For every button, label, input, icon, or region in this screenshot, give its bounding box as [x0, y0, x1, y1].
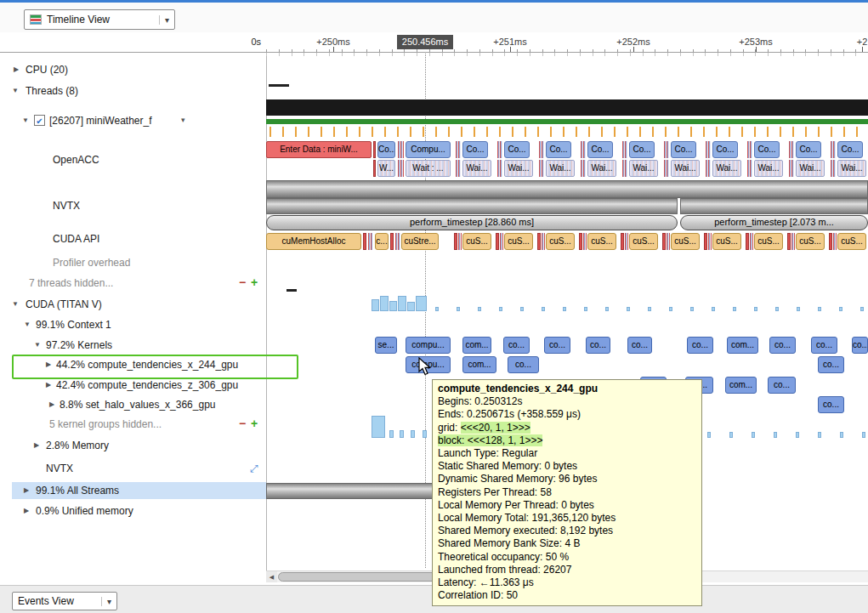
- collapse-arrow-icon[interactable]: ▼: [22, 116, 29, 124]
- collapse-arrow-icon[interactable]: ▼: [12, 87, 19, 94]
- timeline-bar-kern[interactable]: com...: [462, 337, 491, 354]
- timeline-bar-kern[interactable]: co...: [627, 337, 652, 354]
- tree-item-memory[interactable]: ▶2.8% Memory: [0, 437, 266, 454]
- timeline-bar-wait[interactable]: Wai...: [504, 160, 533, 177]
- timeline-bar-mem-marker[interactable]: [712, 307, 715, 311]
- timeline-bar-api[interactable]: cuS...: [837, 233, 866, 250]
- timeline-bar-mem-marker[interactable]: [627, 307, 630, 311]
- timeline-bar-mem-marker[interactable]: [862, 432, 865, 438]
- timeline-bar-mem-marker[interactable]: [389, 301, 397, 311]
- timeline-bar-api[interactable]: cuS...: [462, 233, 491, 250]
- timeline-bar-kern[interactable]: co...: [544, 337, 570, 354]
- timeline-bar-mem-marker[interactable]: [775, 307, 779, 311]
- tree-item-kernel-halo-366[interactable]: ▶8.8% set_halo_values_x_366_gpu: [0, 396, 266, 413]
- tree-item-nvtx-thread[interactable]: NVTX: [0, 197, 266, 214]
- timeline-bar-mem-marker[interactable]: [774, 432, 777, 438]
- timeline-bar-wait[interactable]: Wai...: [629, 160, 658, 177]
- hide-rows-icon[interactable]: −: [239, 417, 246, 430]
- timeline-bar-mem-marker[interactable]: [648, 307, 651, 311]
- timeline-bar-api[interactable]: cuS...: [546, 233, 575, 250]
- tree-item-profiler-overhead[interactable]: Profiler overhead: [0, 254, 266, 271]
- timeline-bar-api[interactable]: cuS...: [671, 233, 700, 250]
- timeline-bar-kern[interactable]: co...: [811, 337, 837, 354]
- tree-item-openacc[interactable]: OpenACC: [0, 151, 266, 168]
- timeline-bar-mem-marker[interactable]: [669, 307, 672, 311]
- collapse-arrow-icon[interactable]: ▼: [12, 300, 19, 308]
- timeline-bar-mem-marker[interactable]: [372, 299, 379, 311]
- timeline-bar-mem-marker[interactable]: [520, 307, 524, 311]
- tree-item-threads[interactable]: ▼Threads (8): [0, 82, 266, 99]
- expand-arrow-icon[interactable]: ▶: [24, 507, 29, 514]
- timeline-bar-api[interactable]: cuS...: [712, 233, 741, 250]
- timeline-bar-api[interactable]: cuS...: [629, 233, 658, 250]
- timeline-bar-mem-marker[interactable]: [423, 430, 427, 438]
- timeline-bar-mem-marker[interactable]: [797, 307, 800, 311]
- timeline-bar-kern[interactable]: co...: [508, 356, 539, 373]
- timeline-bar-mem-marker[interactable]: [398, 296, 406, 311]
- collapse-arrow-icon[interactable]: ▼: [24, 321, 31, 328]
- tree-item-nvtx-streams[interactable]: NVTX⤢: [0, 460, 266, 477]
- tree-item-threads-hidden[interactable]: 7 threads hidden...−+: [0, 275, 266, 292]
- timeline-bar-acc[interactable]: Co...: [587, 141, 613, 158]
- timeline-bar-wait[interactable]: Wai...: [546, 160, 575, 177]
- show-rows-icon[interactable]: +: [251, 275, 258, 289]
- hide-rows-icon[interactable]: −: [239, 275, 246, 289]
- timeline-bar-acc[interactable]: Co...: [546, 141, 571, 158]
- timeline-bar-mem-marker[interactable]: [389, 430, 394, 438]
- expand-arrow-icon[interactable]: ▶: [49, 400, 54, 408]
- timeline-bar-mem-marker[interactable]: [372, 416, 385, 438]
- timeline-bar-mem-marker[interactable]: [435, 307, 439, 311]
- tree-item-unified-memory[interactable]: ▶0.9% Unified memory: [0, 502, 266, 519]
- timeline-bar-api[interactable]: cuS...: [754, 233, 783, 250]
- timeline-ruler[interactable]: 0s 250.456ms +250ms+251ms+252ms+253ms+2: [0, 32, 868, 53]
- expand-arrow-icon[interactable]: ▶: [14, 65, 19, 73]
- timeline-bar-acc[interactable]: Co...: [629, 141, 655, 158]
- timeline-bar-mem-marker[interactable]: [542, 307, 545, 311]
- timeline-bar-mem-marker[interactable]: [400, 430, 404, 438]
- timeline-bar-kern[interactable]: com...: [725, 377, 757, 394]
- timeline-bar-mem-marker[interactable]: [729, 432, 733, 438]
- timeline-bar-kern[interactable]: co...: [687, 337, 713, 354]
- timeline-bar-api[interactable]: cuStre...: [401, 233, 439, 250]
- timeline-bar-mem-marker[interactable]: [733, 307, 736, 311]
- timeline-bar-acc[interactable]: Co...: [712, 141, 738, 158]
- timeline-bar-kern[interactable]: co...: [503, 337, 530, 354]
- timeline-bar-api[interactable]: c...: [375, 233, 389, 250]
- timeline-bar-api[interactable]: cuS...: [587, 233, 616, 250]
- timeline-bar-acc[interactable]: Co...: [462, 141, 488, 158]
- timeline-bar-wait[interactable]: W...: [377, 160, 395, 177]
- timeline-bar-wait[interactable]: Wai...: [837, 160, 866, 177]
- show-rows-icon[interactable]: +: [251, 417, 258, 430]
- timeline-bar-kern[interactable]: compu...: [406, 337, 451, 354]
- timeline-bar-mem-marker[interactable]: [752, 432, 755, 438]
- timeline-bar-mem-marker[interactable]: [478, 307, 481, 311]
- timeline-bar-kern[interactable]: com...: [727, 337, 758, 354]
- timeline-bar-wait[interactable]: Wait : ...: [406, 160, 451, 177]
- expand-arrow-icon[interactable]: ▶: [46, 381, 51, 389]
- timeline-bar-wait[interactable]: Wai...: [462, 160, 491, 177]
- timeline-bar-kern[interactable]: co...: [768, 377, 796, 394]
- timeline-bar-wait[interactable]: Wai...: [587, 160, 616, 177]
- timeline-bar-acc[interactable]: Co...: [754, 141, 780, 158]
- timeline-bar-kern[interactable]: co...: [852, 337, 868, 354]
- timeline-bar-wait[interactable]: Wai...: [712, 160, 741, 177]
- timeline-bar-api[interactable]: cuS...: [796, 233, 825, 250]
- tree-item-cpu[interactable]: ▶CPU (20): [0, 61, 266, 78]
- process-checkbox[interactable]: ✔: [34, 115, 45, 126]
- timeline-bar-red[interactable]: Enter Data : miniW...: [266, 141, 372, 158]
- chevron-down-icon[interactable]: ▾: [181, 116, 185, 124]
- timeline-bar-mem-marker[interactable]: [563, 307, 566, 311]
- timeline-bar-wait[interactable]: Wai...: [754, 160, 783, 177]
- timeline-bar-nvtx-marker[interactable]: [266, 180, 868, 198]
- timeline-bar-kern[interactable]: se...: [375, 337, 397, 354]
- timeline-bar-mem-marker[interactable]: [416, 296, 427, 311]
- timeline-bar-mem-marker[interactable]: [690, 307, 694, 311]
- tree-item-context-1[interactable]: ▼99.1% Context 1: [0, 316, 266, 333]
- tree-item-kernels[interactable]: ▼97.2% Kernels: [0, 337, 266, 354]
- timeline-bar-acc[interactable]: Co...: [377, 141, 395, 158]
- timeline-bar-acc[interactable]: Co...: [796, 141, 821, 158]
- timeline-bar-mem-marker[interactable]: [707, 432, 711, 438]
- timeline-bar-wait[interactable]: Wai...: [796, 160, 825, 177]
- events-view-dropdown[interactable]: Events View ▾: [12, 592, 117, 610]
- timeline-bar-mem-marker[interactable]: [605, 307, 609, 311]
